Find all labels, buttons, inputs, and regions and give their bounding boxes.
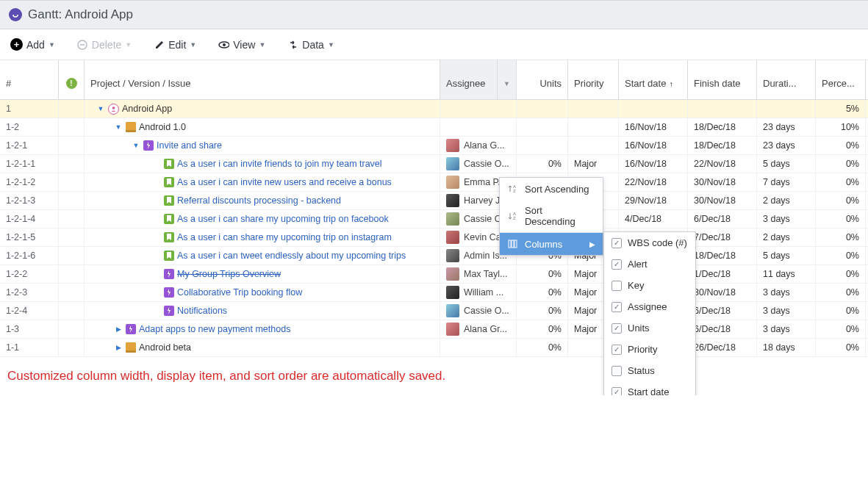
header-num[interactable]: # xyxy=(0,60,59,99)
svg-text:Z: Z xyxy=(513,216,516,220)
issue-title[interactable]: Collaborative Trip booking flow xyxy=(177,287,302,298)
issue-title[interactable]: As a user i can invite friends to join m… xyxy=(177,159,382,169)
cell-issue: As a user i can invite new users and rec… xyxy=(85,173,440,191)
avatar xyxy=(446,286,459,299)
cell-units xyxy=(517,118,568,136)
caret-down-icon: ▼ xyxy=(49,41,55,48)
issue-title[interactable]: My Group Trips Overview xyxy=(177,269,281,279)
issue-title[interactable]: As a user i can tweet endlessly about my… xyxy=(177,251,406,261)
cell-priority xyxy=(568,137,619,154)
table-row[interactable]: 1-2-1-3Referral discounts processing - b… xyxy=(0,192,868,210)
column-toggle[interactable]: Key xyxy=(604,275,695,296)
header-alert[interactable]: ! xyxy=(59,60,85,99)
column-toggle[interactable]: Priority xyxy=(604,339,695,360)
cell-issue: My Group Trips Overview xyxy=(85,265,440,283)
header-duration[interactable]: Durati... xyxy=(757,60,816,99)
alert-icon: ! xyxy=(66,78,77,89)
cell-alert xyxy=(59,247,85,264)
column-toggle-label: Units xyxy=(628,323,650,334)
column-toggle[interactable]: Status xyxy=(604,360,695,381)
menu-sort-desc[interactable]: AZ Sort Descending xyxy=(500,200,603,232)
table-row[interactable]: 1▼Android App5% xyxy=(0,100,868,118)
header-assignee[interactable]: Assignee xyxy=(440,60,498,99)
table-row[interactable]: 1-2▼Android 1.016/Nov/1818/Dec/1823 days… xyxy=(0,118,868,137)
table-row[interactable]: 1-2-1-1As a user i can invite friends to… xyxy=(0,155,868,173)
delete-button[interactable]: Delete ▼ xyxy=(77,39,132,51)
checkbox-icon xyxy=(611,238,622,248)
disclosure-down-icon[interactable]: ▼ xyxy=(114,123,123,131)
column-toggle-label: Alert xyxy=(628,259,648,270)
issue-title[interactable]: Invite and share xyxy=(157,140,222,151)
disclosure-right-icon[interactable]: ▶ xyxy=(114,325,123,333)
add-label: Add xyxy=(26,39,45,51)
table-row[interactable]: 1-2-1-2As a user i can invite new users … xyxy=(0,173,868,192)
table-row[interactable]: 1-2-3Collaborative Trip booking flowWill… xyxy=(0,284,868,302)
header-percent[interactable]: Perce... xyxy=(816,60,866,99)
issue-title[interactable]: As a user i can share my upcoming trip o… xyxy=(177,232,392,242)
data-button[interactable]: Data ▼ xyxy=(287,39,334,51)
cell-num: 1-2-1-2 xyxy=(0,173,59,191)
pencil-icon xyxy=(154,39,165,50)
table-row[interactable]: 1-3▶Adapt apps to new payment methodsAla… xyxy=(0,320,868,339)
cell-alert xyxy=(59,173,85,191)
columns-submenu: WBS code (#)AlertKeyAssigneeUnitsPriorit… xyxy=(603,231,696,395)
cell-units: 0% xyxy=(517,155,568,173)
column-toggle-label: Priority xyxy=(628,344,657,355)
column-toggle[interactable]: WBS code (#) xyxy=(604,232,695,253)
cell-num: 1-2 xyxy=(0,118,59,136)
story-icon xyxy=(164,159,174,169)
cell-issue: Notifications xyxy=(85,302,440,320)
column-toggle-label: Status xyxy=(628,365,655,376)
cell-alert xyxy=(59,302,85,320)
table-row[interactable]: 1-2-1▼Invite and shareAlana G...16/Nov/1… xyxy=(0,137,868,155)
header-issue[interactable]: Project / Version / Issue xyxy=(85,60,440,99)
epic-icon xyxy=(164,269,174,279)
column-toggle[interactable]: Start date xyxy=(604,381,695,395)
cell-percent: 0% xyxy=(816,265,866,283)
table-row[interactable]: 1-2-2My Group Trips OverviewMax Tayl...0… xyxy=(0,265,868,284)
issue-title[interactable]: Referral discounts processing - backend xyxy=(177,195,341,206)
cell-finish: 6/Dec/18 xyxy=(688,210,757,228)
disclosure-right-icon[interactable]: ▶ xyxy=(114,344,123,351)
cell-finish: 30/Nov/18 xyxy=(688,173,757,191)
disclosure-down-icon[interactable]: ▼ xyxy=(96,105,105,112)
table-row[interactable]: 1-1▶Android beta0%3/Dec/1826/Dec/1818 da… xyxy=(0,339,868,357)
cell-num: 1-2-2 xyxy=(0,265,59,283)
column-toggle[interactable]: Units xyxy=(604,317,695,339)
header-start[interactable]: Start date↑ xyxy=(619,60,688,99)
table-row[interactable]: 1-2-1-6As a user i can tweet endlessly a… xyxy=(0,247,868,265)
version-icon xyxy=(126,342,136,353)
issue-title: Android beta xyxy=(139,342,191,353)
header-units[interactable]: Units xyxy=(517,60,568,99)
add-button[interactable]: + Add ▼ xyxy=(10,38,55,51)
disclosure-down-icon[interactable]: ▼ xyxy=(132,142,140,149)
edit-button[interactable]: Edit ▼ xyxy=(154,39,196,51)
menu-sort-asc-label: Sort Ascending xyxy=(525,184,589,195)
header-priority[interactable]: Priority xyxy=(568,60,619,99)
header-assignee-menu[interactable]: ▼ xyxy=(498,60,517,99)
table-row[interactable]: 1-2-1-5As a user i can share my upcoming… xyxy=(0,228,868,247)
cell-start: 16/Nov/18 xyxy=(619,137,688,154)
header-finish[interactable]: Finish date xyxy=(688,60,757,99)
table-row[interactable]: 1-2-4NotificationsCassie O...0%Major4/De… xyxy=(0,302,868,320)
view-button[interactable]: View ▼ xyxy=(218,39,265,51)
svg-rect-10 xyxy=(512,240,514,248)
avatar xyxy=(446,176,459,189)
story-icon xyxy=(164,232,174,242)
cell-num: 1-3 xyxy=(0,320,59,338)
issue-title[interactable]: Notifications xyxy=(177,306,227,316)
menu-sort-asc[interactable]: AZ Sort Ascending xyxy=(500,178,603,200)
column-toggle[interactable]: Assignee xyxy=(604,296,695,317)
checkbox-icon xyxy=(611,366,622,376)
cell-finish xyxy=(688,100,757,118)
table-row[interactable]: 1-2-1-4As a user i can share my upcoming… xyxy=(0,210,868,228)
issue-title[interactable]: As a user i can share my upcoming trip o… xyxy=(177,214,389,224)
issue-title[interactable]: As a user i can invite new users and rec… xyxy=(177,177,392,187)
avatar xyxy=(446,194,459,207)
cell-percent: 0% xyxy=(816,173,866,191)
issue-title[interactable]: Adapt apps to new payment methods xyxy=(139,324,290,334)
cell-alert xyxy=(59,339,85,356)
avatar xyxy=(446,157,459,170)
column-toggle[interactable]: Alert xyxy=(604,253,695,275)
menu-columns[interactable]: Columns ▶ xyxy=(500,233,603,255)
